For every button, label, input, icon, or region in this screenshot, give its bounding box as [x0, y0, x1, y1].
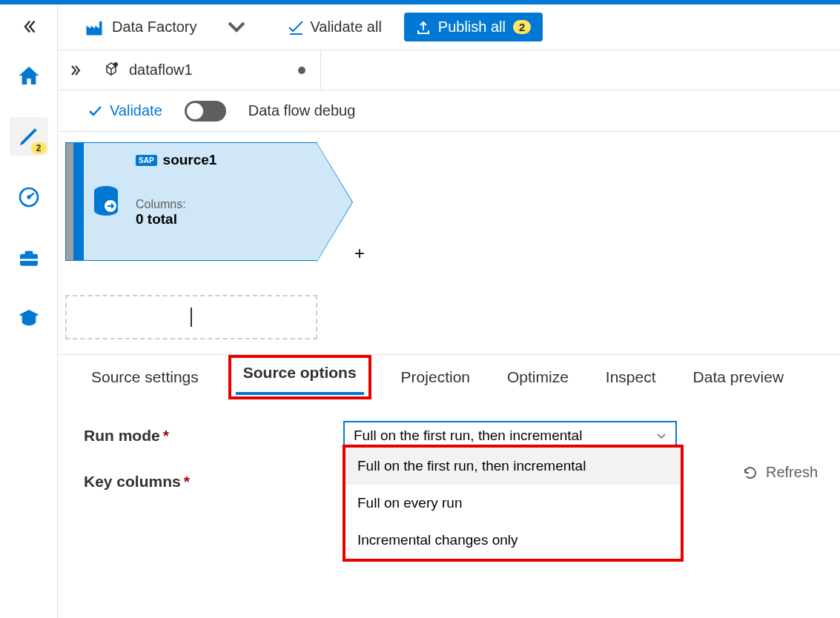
- run-mode-value: Full on the first run, then incremental: [354, 428, 582, 444]
- gauge-icon: [17, 185, 41, 209]
- toolbox-icon: [17, 246, 41, 270]
- sap-badge-icon: SAP: [136, 155, 157, 166]
- left-nav: 2: [0, 4, 58, 618]
- database-source-icon: [91, 184, 121, 219]
- source-options-form: Run mode* Full on the first run, then in…: [58, 399, 840, 535]
- tab-name: dataflow1: [129, 62, 193, 79]
- tab-data-preview[interactable]: Data preview: [686, 364, 792, 391]
- sub-toolbar: Validate Data flow debug: [58, 90, 840, 132]
- upload-icon: [416, 20, 431, 35]
- checkmark-icon: [87, 104, 102, 119]
- author-badge: 2: [31, 142, 47, 154]
- columns-value: 0 total: [136, 211, 309, 227]
- node-title: source1: [163, 152, 217, 168]
- refresh-icon: [742, 465, 758, 481]
- node-grey-bar: [66, 143, 73, 260]
- nav-learn[interactable]: [10, 299, 48, 338]
- dataflow-icon: [102, 62, 120, 79]
- node-blue-bar: [73, 143, 84, 260]
- tab-dataflow1[interactable]: dataflow1: [87, 50, 321, 90]
- main-area: Data Factory Validate all Publish all 2 …: [58, 4, 840, 618]
- svg-rect-5: [20, 259, 38, 261]
- factory-selector[interactable]: Data Factory: [84, 16, 247, 39]
- unsaved-dot-icon: [298, 67, 305, 74]
- debug-toggle[interactable]: [185, 101, 226, 122]
- node-icon-col: [84, 143, 128, 260]
- publish-badge: 2: [513, 20, 531, 34]
- checkmark-stack-icon: [288, 19, 304, 36]
- svg-point-7: [113, 62, 118, 67]
- factory-label: Data Factory: [112, 19, 196, 36]
- run-mode-option-1[interactable]: Full on every run: [345, 485, 681, 522]
- refresh-button[interactable]: Refresh: [742, 464, 818, 481]
- expand-tabs-icon[interactable]: [65, 64, 87, 76]
- svg-rect-4: [24, 251, 33, 255]
- add-transform-button[interactable]: +: [354, 243, 365, 264]
- debug-label: Data flow debug: [248, 102, 356, 119]
- run-mode-option-2[interactable]: Incremental changes only: [345, 522, 681, 559]
- tab-projection[interactable]: Projection: [394, 364, 477, 391]
- run-mode-label: Run mode*: [84, 427, 343, 445]
- validate-all-button[interactable]: Validate all: [288, 19, 381, 36]
- chevron-down-icon: [226, 16, 247, 39]
- highlight-box: Source options: [228, 355, 371, 399]
- nav-home[interactable]: [10, 56, 48, 95]
- top-toolbar: Data Factory Validate all Publish all 2: [58, 4, 840, 50]
- collapse-nav-icon[interactable]: [22, 19, 36, 34]
- dataflow-canvas[interactable]: SAP source1 Columns: 0 total +: [58, 132, 840, 354]
- tab-source-options[interactable]: Source options: [236, 359, 364, 386]
- tab-inspect[interactable]: Inspect: [598, 364, 664, 391]
- svg-line-2: [29, 193, 34, 197]
- run-mode-option-0[interactable]: Full on the first run, then incremental: [345, 448, 681, 485]
- placeholder-node[interactable]: [65, 295, 317, 339]
- nav-monitor[interactable]: [10, 178, 48, 216]
- factory-icon: [84, 17, 105, 38]
- node-content: SAP source1 Columns: 0 total: [128, 143, 317, 260]
- home-icon: [17, 64, 41, 87]
- tab-optimize[interactable]: Optimize: [500, 364, 576, 391]
- chevron-down-icon: [656, 431, 667, 441]
- nav-manage[interactable]: [10, 239, 48, 277]
- run-mode-dropdown-list: Full on the first run, then incremental …: [343, 445, 684, 562]
- nav-author[interactable]: 2: [10, 117, 48, 156]
- columns-label: Columns:: [136, 198, 309, 211]
- bottom-tabs: Source settings Source options Projectio…: [58, 354, 840, 399]
- key-columns-label: Key columns*: [84, 473, 343, 491]
- graduation-icon: [17, 307, 41, 330]
- tab-row: dataflow1: [58, 50, 840, 90]
- publish-all-button[interactable]: Publish all 2: [404, 13, 543, 41]
- source-node[interactable]: SAP source1 Columns: 0 total: [65, 142, 317, 261]
- tab-source-settings[interactable]: Source settings: [84, 364, 206, 391]
- validate-button[interactable]: Validate: [87, 102, 162, 119]
